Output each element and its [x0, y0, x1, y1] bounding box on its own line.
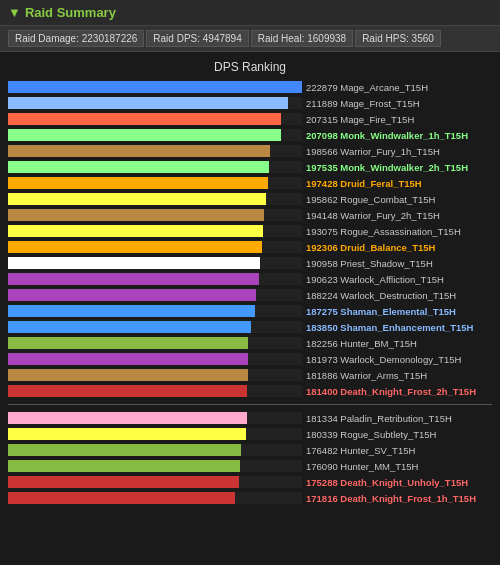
- stat-item: Raid Heal: 1609938: [251, 30, 353, 47]
- bar-label: 192306 Druid_Balance_T15H: [306, 242, 471, 253]
- bar-fill: [8, 321, 251, 333]
- bar-label: 195862 Rogue_Combat_T15H: [306, 194, 471, 205]
- bar-fill: [8, 145, 270, 157]
- bar-fill: [8, 428, 246, 440]
- bar-label: 183850 Shaman_Enhancement_T15H: [306, 322, 473, 333]
- bar-fill: [8, 444, 241, 456]
- bar-fill: [8, 460, 240, 472]
- list-item: 183850 Shaman_Enhancement_T15H: [8, 320, 492, 334]
- list-item: 194148 Warrior_Fury_2h_T15H: [8, 208, 492, 222]
- bar-label: 175288 Death_Knight_Unholy_T15H: [306, 477, 471, 488]
- list-item: 198566 Warrior_Fury_1h_T15H: [8, 144, 492, 158]
- bar-label: 194148 Warrior_Fury_2h_T15H: [306, 210, 471, 221]
- stats-bar: Raid Damage: 2230187226Raid DPS: 4947894…: [0, 25, 500, 52]
- list-item: 197535 Monk_Windwalker_2h_T15H: [8, 160, 492, 174]
- list-item: 207315 Mage_Fire_T15H: [8, 112, 492, 126]
- bar-fill: [8, 273, 259, 285]
- list-item: 192306 Druid_Balance_T15H: [8, 240, 492, 254]
- bar-label: 182256 Hunter_BM_T15H: [306, 338, 471, 349]
- stat-item: Raid Damage: 2230187226: [8, 30, 144, 47]
- list-item: 180339 Rogue_Subtlety_T15H: [8, 427, 492, 441]
- page-title: Raid Summary: [25, 5, 116, 20]
- list-item: 175288 Death_Knight_Unholy_T15H: [8, 475, 492, 489]
- bar-fill: [8, 385, 247, 397]
- bar-label: 211889 Mage_Frost_T15H: [306, 98, 471, 109]
- list-item: 190958 Priest_Shadow_T15H: [8, 256, 492, 270]
- bar-fill: [8, 97, 288, 109]
- stat-item: Raid DPS: 4947894: [146, 30, 248, 47]
- list-item: 190623 Warlock_Affliction_T15H: [8, 272, 492, 286]
- bar-fill: [8, 305, 255, 317]
- bar-label: 190623 Warlock_Affliction_T15H: [306, 274, 471, 285]
- bar-label: 207315 Mage_Fire_T15H: [306, 114, 471, 125]
- bar-label: 176482 Hunter_SV_T15H: [306, 445, 471, 456]
- dps-title: DPS Ranking: [8, 56, 492, 80]
- bar-label: 190958 Priest_Shadow_T15H: [306, 258, 471, 269]
- list-item: 171816 Death_Knight_Frost_1h_T15H: [8, 491, 492, 505]
- bar-label: 222879 Mage_Arcane_T15H: [306, 82, 471, 93]
- list-item: 197428 Druid_Feral_T15H: [8, 176, 492, 190]
- bar-fill: [8, 241, 262, 253]
- list-item: 181973 Warlock_Demonology_T15H: [8, 352, 492, 366]
- list-item: 182256 Hunter_BM_T15H: [8, 336, 492, 350]
- bar-label: 181886 Warrior_Arms_T15H: [306, 370, 471, 381]
- bar-fill: [8, 225, 263, 237]
- header: ▼ Raid Summary: [0, 0, 500, 25]
- bar-label: 180339 Rogue_Subtlety_T15H: [306, 429, 471, 440]
- bar-label: 176090 Hunter_MM_T15H: [306, 461, 471, 472]
- list-item: 176090 Hunter_MM_T15H: [8, 459, 492, 473]
- list-item: 181400 Death_Knight_Frost_2h_T15H: [8, 384, 492, 398]
- list-item: 181334 Paladin_Retribution_T15H: [8, 411, 492, 425]
- bar-fill: [8, 289, 256, 301]
- list-item: 222879 Mage_Arcane_T15H: [8, 80, 492, 94]
- expand-icon[interactable]: ▼: [8, 5, 21, 20]
- bar-fill: [8, 353, 248, 365]
- list-item: 195862 Rogue_Combat_T15H: [8, 192, 492, 206]
- bar-label: 188224 Warlock_Destruction_T15H: [306, 290, 471, 301]
- list-item: 187275 Shaman_Elemental_T15H: [8, 304, 492, 318]
- list-item: 193075 Rogue_Assassination_T15H: [8, 224, 492, 238]
- bars-bottom: 181334 Paladin_Retribution_T15H180339 Ro…: [8, 411, 492, 505]
- bar-fill: [8, 209, 264, 221]
- bar-fill: [8, 81, 302, 93]
- list-item: 181886 Warrior_Arms_T15H: [8, 368, 492, 382]
- bar-label: 181400 Death_Knight_Frost_2h_T15H: [306, 386, 476, 397]
- dps-section: DPS Ranking 222879 Mage_Arcane_T15H21188…: [0, 52, 500, 511]
- bar-label: 197535 Monk_Windwalker_2h_T15H: [306, 162, 471, 173]
- bar-fill: [8, 113, 281, 125]
- bar-fill: [8, 492, 235, 504]
- stat-item: Raid HPS: 3560: [355, 30, 441, 47]
- bar-label: 207098 Monk_Windwalker_1h_T15H: [306, 130, 471, 141]
- bars-top: 222879 Mage_Arcane_T15H211889 Mage_Frost…: [8, 80, 492, 398]
- list-item: 176482 Hunter_SV_T15H: [8, 443, 492, 457]
- bar-fill: [8, 257, 260, 269]
- bar-fill: [8, 177, 268, 189]
- bar-fill: [8, 412, 247, 424]
- bar-fill: [8, 193, 266, 205]
- bar-label: 187275 Shaman_Elemental_T15H: [306, 306, 471, 317]
- list-item: 188224 Warlock_Destruction_T15H: [8, 288, 492, 302]
- bar-fill: [8, 337, 248, 349]
- bar-label: 197428 Druid_Feral_T15H: [306, 178, 471, 189]
- separator: [8, 404, 492, 405]
- bar-fill: [8, 161, 269, 173]
- list-item: 207098 Monk_Windwalker_1h_T15H: [8, 128, 492, 142]
- bar-label: 193075 Rogue_Assassination_T15H: [306, 226, 471, 237]
- bar-fill: [8, 129, 281, 141]
- bar-label: 181973 Warlock_Demonology_T15H: [306, 354, 471, 365]
- bar-label: 198566 Warrior_Fury_1h_T15H: [306, 146, 471, 157]
- bar-fill: [8, 369, 248, 381]
- bar-label: 181334 Paladin_Retribution_T15H: [306, 413, 471, 424]
- bar-label: 171816 Death_Knight_Frost_1h_T15H: [306, 493, 476, 504]
- list-item: 211889 Mage_Frost_T15H: [8, 96, 492, 110]
- bar-fill: [8, 476, 239, 488]
